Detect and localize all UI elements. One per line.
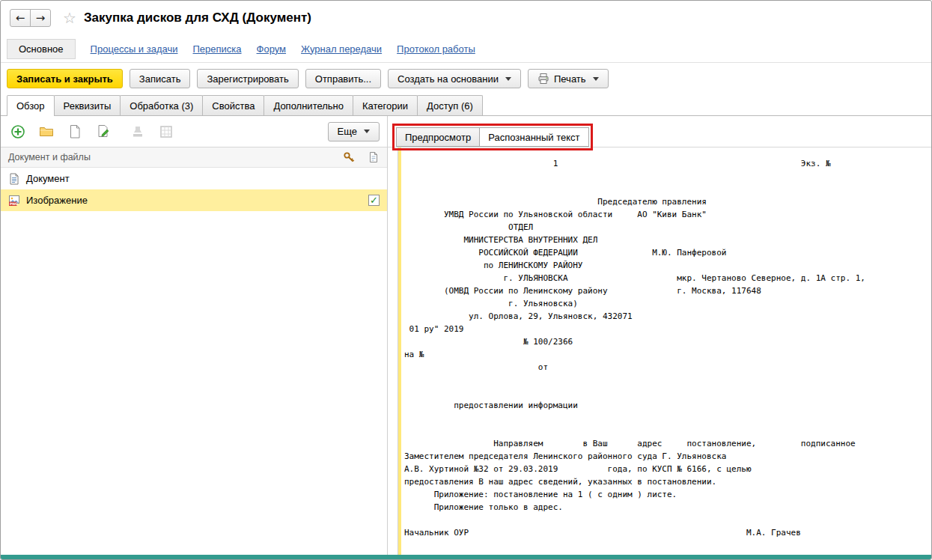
load-from-folder-button[interactable] (37, 122, 56, 141)
scan-file-button (156, 122, 176, 141)
tab-preview[interactable]: Предпросмотр (396, 127, 479, 147)
dropdown-caret-icon (364, 130, 370, 133)
nav-link-work-protocol[interactable]: Протокол работы (397, 43, 475, 55)
nav-link-forum[interactable]: Форум (257, 43, 287, 55)
app-window: ← → ☆ Закупка дисков для СХД (Документ) … (0, 0, 932, 560)
create-on-basis-button[interactable]: Создать на основании (388, 69, 521, 88)
forward-arrow-icon: → (36, 11, 46, 25)
scanner-grid-icon (159, 124, 174, 139)
send-button[interactable]: Отправить... (305, 69, 381, 88)
files-list-header-icons (343, 151, 380, 163)
png-badge-text: PNG (10, 201, 18, 205)
register-button[interactable]: Зарегистрировать (197, 69, 298, 88)
forward-button[interactable]: → (30, 9, 51, 27)
sign-file-button (128, 122, 147, 141)
image-checkbox[interactable]: ✓ (368, 195, 380, 206)
edit-pencil-icon (96, 124, 111, 139)
preview-panel: Предпросмотр Распознанный текст 1 Экз. № (388, 116, 931, 555)
print-label: Печать (554, 73, 586, 85)
check-icon: ✓ (370, 195, 378, 205)
bottom-accent-bar (1, 555, 931, 559)
file-row-label: Документ (26, 173, 70, 184)
section-navbar: Основное Процессы и задачи Переписка Фор… (1, 35, 931, 63)
dropdown-caret-icon (593, 77, 599, 81)
create-on-basis-label: Создать на основании (398, 73, 499, 85)
files-panel: Еще Документ и файлы (1, 116, 388, 555)
file-row-document[interactable]: Документ (1, 168, 387, 189)
back-button[interactable]: ← (10, 9, 31, 27)
plus-circle-icon (10, 124, 25, 139)
printer-icon (537, 73, 549, 85)
edit-file-button[interactable] (94, 122, 113, 141)
tab-categories[interactable]: Категории (353, 95, 418, 115)
command-bar: Записать и закрыть Записать Зарегистриро… (1, 63, 931, 94)
new-file-button[interactable] (65, 122, 85, 141)
nav-link-processes-tasks[interactable]: Процессы и задачи (91, 43, 178, 55)
nav-link-transfer-log[interactable]: Журнал передачи (301, 43, 382, 55)
preview-tabs-band: Предпросмотр Распознанный текст (388, 116, 931, 147)
save-and-close-button[interactable]: Записать и закрыть (7, 69, 123, 88)
back-arrow-icon: ← (16, 11, 25, 25)
png-image-icon: PNG (8, 195, 20, 207)
file-row-label: Изображение (26, 195, 88, 206)
stamp-icon (130, 124, 145, 139)
dropdown-caret-icon (505, 77, 511, 81)
blank-page-icon (67, 124, 82, 139)
recognized-text-area: 1 Экз. № Председателю правления УМВД Рос… (398, 147, 931, 555)
files-toolbar: Еще (1, 116, 387, 147)
tab-properties[interactable]: Свойства (202, 95, 264, 115)
print-button[interactable]: Печать (528, 69, 609, 88)
tab-requisites[interactable]: Реквизиты (54, 95, 121, 115)
add-file-button[interactable] (8, 122, 28, 141)
more-button[interactable]: Еще (328, 122, 380, 141)
recognized-text-content[interactable]: 1 Экз. № Председателю правления УМВД Рос… (401, 147, 931, 555)
tab-processing[interactable]: Обработка (3) (120, 95, 203, 115)
tab-overview[interactable]: Обзор (7, 95, 55, 116)
ocr-text: 1 Экз. № Председателю правления УМВД Рос… (401, 147, 931, 539)
more-label: Еще (338, 126, 357, 137)
content: Еще Документ и файлы (1, 116, 931, 555)
favorite-star-icon[interactable]: ☆ (63, 9, 76, 27)
files-list-header-label: Документ и файлы (8, 152, 91, 162)
folder-icon (39, 124, 54, 139)
save-button[interactable]: Записать (130, 69, 191, 88)
tab-access[interactable]: Доступ (6) (417, 95, 483, 115)
key-icon[interactable] (343, 151, 355, 163)
tab-additional[interactable]: Дополнительно (264, 95, 353, 115)
annotation-red-box: Предпросмотр Распознанный текст (392, 124, 593, 150)
titlebar: ← → ☆ Закупка дисков для СХД (Документ) (1, 1, 931, 35)
history-nav: ← → (10, 9, 51, 27)
section-tabs: Обзор Реквизиты Обработка (3) Свойства Д… (1, 94, 931, 116)
nav-link-correspondence[interactable]: Переписка (193, 43, 242, 55)
files-list-header: Документ и файлы (1, 147, 387, 168)
nav-item-main[interactable]: Основное (7, 39, 76, 59)
document-icon (8, 173, 20, 185)
tab-recognized-text[interactable]: Распознанный текст (479, 127, 588, 147)
file-row-image[interactable]: PNG Изображение ✓ (1, 189, 387, 211)
file-page-icon[interactable] (368, 151, 380, 163)
page-title: Закупка дисков для СХД (Документ) (84, 10, 311, 25)
